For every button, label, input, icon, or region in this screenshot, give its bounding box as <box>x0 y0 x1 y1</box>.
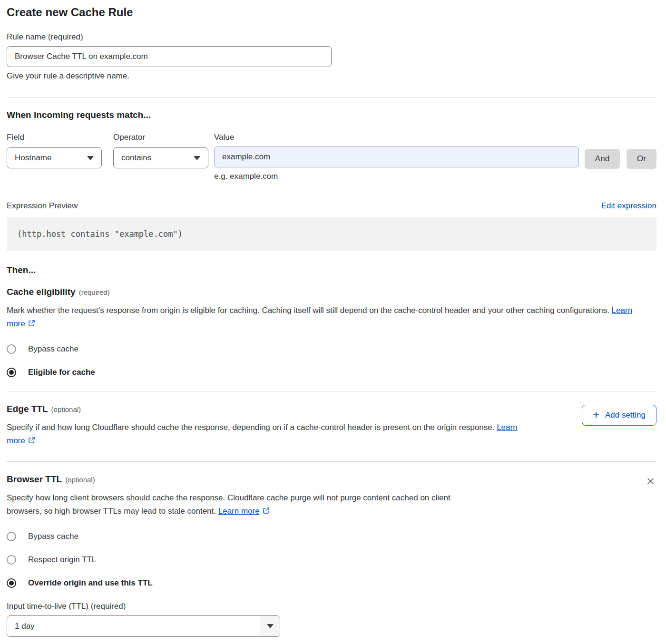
rule-name-section: Rule name (required) Give your rule a de… <box>7 32 656 81</box>
radio-label: Eligible for cache <box>28 368 95 377</box>
edge-ttl-description-text: Specify if and how long Cloudflare shoul… <box>7 423 494 432</box>
browser-ttl-header: Browser TTL(optional) <box>7 474 95 485</box>
edge-ttl-qualifier: (optional) <box>51 405 81 413</box>
field-column: Field Hostname <box>7 133 102 168</box>
cache-eligibility-section: Cache eligibility(required) Mark whether… <box>7 287 656 377</box>
radio-label: Bypass cache <box>28 532 78 541</box>
radio-bypass-cache[interactable]: Bypass cache <box>7 344 656 354</box>
value-help: e.g. example.com <box>214 172 579 181</box>
edge-ttl-title: Edge TTL <box>7 404 48 414</box>
browser-ttl-description: Specify how long client browsers should … <box>7 491 485 518</box>
radio-icon <box>7 368 16 377</box>
close-icon[interactable] <box>645 475 656 488</box>
chevron-down-icon <box>194 156 200 160</box>
value-column: Value e.g. example.com <box>214 133 579 181</box>
operator-select-value: contains <box>121 153 151 163</box>
browser-ttl-section: Browser TTL(optional) Specify how long c… <box>7 474 656 637</box>
ttl-select-dropdown-button[interactable] <box>260 616 280 636</box>
edit-expression-link[interactable]: Edit expression <box>601 201 656 211</box>
radio-icon <box>7 555 16 565</box>
field-select[interactable]: Hostname <box>7 147 102 168</box>
value-label: Value <box>214 133 579 142</box>
edge-ttl-content: Edge TTL(optional) Specify if and how lo… <box>7 404 532 448</box>
operator-label: Operator <box>113 133 208 142</box>
radio-override-origin-ttl[interactable]: Override origin and use this TTL <box>7 578 656 588</box>
divider <box>7 461 656 462</box>
cache-eligibility-qualifier: (required) <box>79 288 110 296</box>
add-setting-button[interactable]: + Add setting <box>582 405 656 426</box>
page-title: Create new Cache Rule <box>7 6 656 19</box>
rule-name-input[interactable] <box>7 46 332 67</box>
create-cache-rule-form: Create new Cache Rule Rule name (require… <box>0 0 666 637</box>
expression-code: (http.host contains "example.com") <box>17 229 183 239</box>
cache-eligibility-header: Cache eligibility(required) <box>7 287 656 297</box>
expression-code-block: (http.host contains "example.com") <box>7 217 656 251</box>
divider <box>7 97 656 98</box>
match-row: Field Hostname Operator contains Value e… <box>7 133 656 181</box>
radio-label: Respect origin TTL <box>28 555 96 565</box>
then-heading: Then... <box>7 265 656 275</box>
radio-icon <box>7 578 16 588</box>
edge-ttl-description: Specify if and how long Cloudflare shoul… <box>7 421 532 448</box>
ttl-select-value: 1 day <box>7 616 260 636</box>
ttl-label: Input time-to-live (TTL) (required) <box>7 602 656 611</box>
radio-respect-origin-ttl[interactable]: Respect origin TTL <box>7 555 656 565</box>
operator-select[interactable]: contains <box>113 147 208 168</box>
browser-ttl-options: Bypass cache Respect origin TTL Override… <box>7 532 656 588</box>
field-label: Field <box>7 133 102 142</box>
radio-label: Override origin and use this TTL <box>28 578 153 588</box>
value-input[interactable] <box>214 146 579 167</box>
match-heading: When incoming requests match... <box>7 110 656 120</box>
cache-eligibility-description-text: Mark whether the request’s response from… <box>7 306 609 315</box>
divider <box>7 391 656 391</box>
radio-icon <box>7 532 16 541</box>
ttl-select[interactable]: 1 day <box>7 615 280 637</box>
rule-name-label: Rule name (required) <box>7 32 656 42</box>
edge-ttl-header: Edge TTL(optional) <box>7 404 532 414</box>
expression-header: Expression Preview Edit expression <box>7 201 656 211</box>
browser-ttl-learn-more-link[interactable]: Learn more <box>218 507 260 516</box>
radio-eligible-for-cache[interactable]: Eligible for cache <box>7 368 656 377</box>
external-link-icon <box>28 435 35 448</box>
radio-bypass-cache[interactable]: Bypass cache <box>7 532 656 541</box>
operator-column: Operator contains <box>113 133 208 168</box>
browser-ttl-qualifier: (optional) <box>65 476 95 484</box>
cache-eligibility-options: Bypass cache Eligible for cache <box>7 344 656 377</box>
ttl-input-block: Input time-to-live (TTL) (required) 1 da… <box>7 602 656 637</box>
external-link-icon <box>28 318 35 331</box>
rule-name-help: Give your rule a descriptive name. <box>7 71 656 81</box>
radio-label: Bypass cache <box>28 344 78 354</box>
or-button[interactable]: Or <box>627 149 656 169</box>
browser-ttl-header-row: Browser TTL(optional) <box>7 474 656 491</box>
external-link-icon <box>263 505 270 518</box>
plus-icon: + <box>593 409 599 420</box>
field-select-value: Hostname <box>15 153 51 163</box>
chevron-down-icon <box>87 156 94 160</box>
chevron-down-icon <box>267 624 274 628</box>
expression-preview-label: Expression Preview <box>7 201 78 211</box>
cache-eligibility-title: Cache eligibility <box>7 287 76 297</box>
browser-ttl-title: Browser TTL <box>7 474 62 484</box>
cache-eligibility-description: Mark whether the request’s response from… <box>7 304 646 331</box>
edge-ttl-section: Edge TTL(optional) Specify if and how lo… <box>7 404 656 448</box>
and-button[interactable]: And <box>585 149 620 169</box>
add-setting-label: Add setting <box>605 410 646 420</box>
radio-icon <box>7 344 16 354</box>
